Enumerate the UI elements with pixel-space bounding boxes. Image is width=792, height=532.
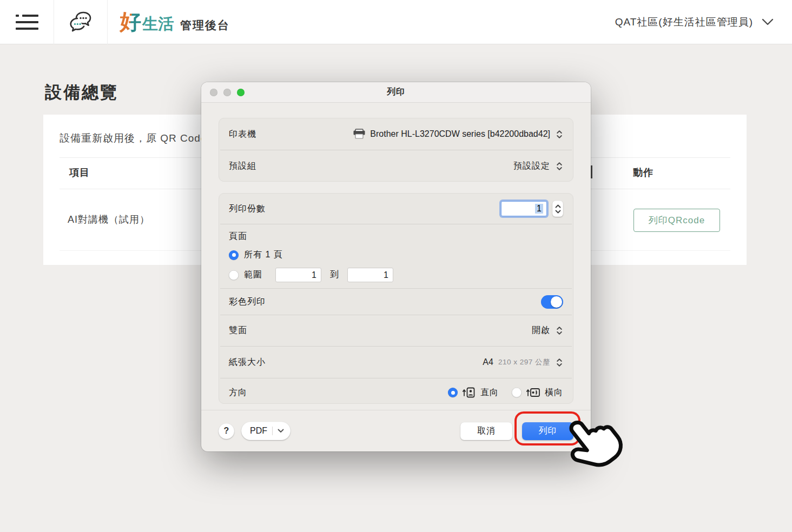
chevron-down-icon — [762, 18, 774, 25]
print-button[interactable]: 列印 — [522, 422, 573, 440]
help-button[interactable]: ? — [219, 423, 234, 439]
options-group: 列印份數 1 頁面 所有 1 頁 — [219, 193, 573, 404]
chevron-down-icon — [278, 429, 284, 433]
print-qrcode-button[interactable]: 列印QRcode — [633, 209, 720, 232]
duplex-value: 開啟 — [532, 325, 550, 336]
paper-row: 紙張大小 A4 210 x 297 公釐 — [219, 347, 573, 378]
radio-unselected-icon[interactable] — [229, 270, 239, 280]
copies-row: 列印份數 1 — [219, 194, 573, 224]
color-row: 彩色列印 — [219, 289, 573, 315]
stepper-down-icon — [555, 210, 561, 214]
pages-label: 頁面 — [229, 231, 563, 242]
chat-button[interactable] — [54, 0, 108, 44]
dialog-titlebar: 列印 — [201, 82, 591, 103]
cancel-button[interactable]: 取消 — [460, 422, 512, 440]
presets-row: 預設組 預設設定 — [219, 150, 573, 182]
portrait-option[interactable]: 直向 — [448, 387, 499, 398]
select-stepper-icon — [556, 162, 563, 171]
pages-range-label: 範圍 — [244, 269, 262, 281]
chat-bubbles-icon — [68, 10, 94, 34]
copies-input[interactable]: 1 — [501, 201, 547, 216]
zoom-button[interactable] — [237, 89, 245, 96]
presets-select[interactable]: 預設設定 — [513, 161, 563, 172]
pages-range-option[interactable]: 範圍 1 到 1 — [229, 268, 563, 282]
pdf-label: PDF — [250, 426, 267, 436]
presets-value: 預設設定 — [513, 161, 550, 172]
column-header-item: 項目 — [69, 166, 90, 179]
orientation-row: 方向 直向 — [219, 378, 573, 407]
sidebar-toggle-button[interactable] — [0, 0, 54, 44]
close-button[interactable] — [210, 89, 217, 96]
dialog-title: 列印 — [387, 87, 405, 98]
pages-all-label: 所有 1 頁 — [244, 249, 283, 261]
radio-selected-icon[interactable] — [448, 388, 458, 397]
portrait-label: 直向 — [480, 387, 499, 398]
notice-text: 設備重新啟用後，原 QR Code — [60, 131, 207, 145]
logo-admin-suffix: 管理後台 — [180, 18, 230, 33]
pages-section: 頁面 所有 1 頁 範圍 1 到 1 — [219, 224, 573, 288]
color-label: 彩色列印 — [229, 296, 266, 308]
copies-value: 1 — [535, 204, 543, 214]
device-name: AI對講機（試用） — [68, 213, 150, 226]
logo-life: 生活 — [142, 14, 174, 35]
printer-row: 印表機 Brother HL-L3270CDW series [b42200db… — [219, 118, 573, 150]
account-menu[interactable]: QAT社區(好生活社區管理員) — [615, 15, 774, 29]
stepper-up-icon — [555, 204, 561, 208]
print-dialog: 列印 印表機 Brother HL-L3270CDW series [b4220… — [201, 82, 591, 451]
paper-value: A4 — [483, 357, 493, 367]
range-to-input[interactable]: 1 — [347, 268, 393, 282]
hamburger-icon — [16, 15, 38, 30]
printer-icon — [353, 129, 366, 139]
color-toggle[interactable] — [541, 295, 563, 309]
landscape-icon — [526, 387, 540, 398]
range-from-input[interactable]: 1 — [275, 268, 321, 282]
paper-select[interactable]: A4 210 x 297 公釐 — [483, 357, 563, 367]
app-logo[interactable]: 好 生活 管理後台 — [120, 7, 230, 37]
copies-label: 列印份數 — [229, 203, 266, 215]
paper-dimensions: 210 x 297 公釐 — [498, 357, 550, 367]
duplex-select[interactable]: 開啟 — [532, 325, 563, 336]
paper-label: 紙張大小 — [229, 357, 266, 368]
portrait-icon — [462, 387, 476, 398]
duplex-label: 雙面 — [229, 325, 247, 336]
toggle-knob — [551, 296, 562, 308]
minimize-button[interactable] — [223, 89, 231, 96]
page-title: 設備總覽 — [45, 81, 118, 104]
printer-value: Brother HL-L3270CDW series [b42200dbad42… — [370, 129, 550, 139]
clipped-column-glyph — [591, 165, 592, 178]
app-header: 好 生活 管理後台 QAT社區(好生活社區管理員) — [0, 0, 792, 44]
duplex-row: 雙面 開啟 — [219, 315, 573, 346]
radio-unselected-icon[interactable] — [512, 388, 522, 397]
printer-label: 印表機 — [229, 129, 256, 140]
column-header-action: 動作 — [633, 166, 654, 179]
pdf-menu-button[interactable]: PDF — [241, 422, 291, 440]
landscape-label: 橫向 — [545, 387, 563, 398]
dialog-footer: ? PDF 取消 列印 — [201, 410, 591, 451]
copies-stepper[interactable] — [552, 201, 563, 217]
landscape-option[interactable]: 橫向 — [512, 387, 563, 398]
radio-selected-icon[interactable] — [229, 250, 239, 260]
printer-select[interactable]: Brother HL-L3270CDW series [b42200dbad42… — [353, 129, 563, 139]
logo-hao: 好 — [120, 7, 141, 37]
printer-group: 印表機 Brother HL-L3270CDW series [b42200db… — [219, 118, 573, 182]
select-stepper-icon — [556, 326, 563, 335]
pages-all-option[interactable]: 所有 1 頁 — [229, 249, 563, 261]
presets-label: 預設組 — [229, 161, 256, 172]
range-to-label: 到 — [330, 269, 339, 281]
account-name: QAT社區(好生活社區管理員) — [615, 15, 753, 29]
divider — [272, 427, 273, 435]
screen: 好 生活 管理後台 QAT社區(好生活社區管理員) 設備總覽 設備重新啟用後，原… — [0, 0, 792, 532]
select-stepper-icon — [556, 358, 563, 367]
orientation-label: 方向 — [229, 387, 247, 398]
select-stepper-icon — [556, 130, 563, 139]
